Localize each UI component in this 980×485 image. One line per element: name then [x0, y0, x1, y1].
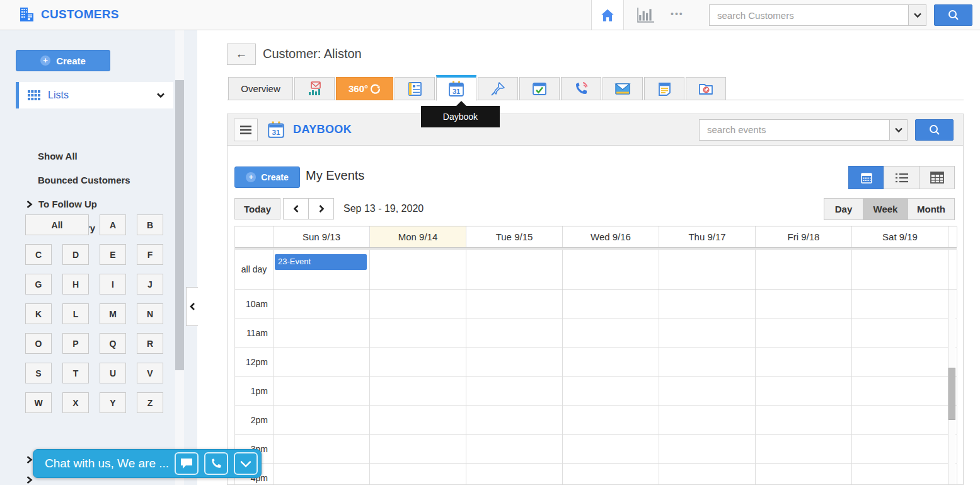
range-week-button[interactable]: Week [863, 198, 908, 220]
time-cell[interactable] [274, 464, 370, 485]
all-day-cell[interactable] [466, 250, 563, 289]
time-cell[interactable] [659, 377, 756, 405]
time-cell[interactable] [756, 464, 852, 485]
all-day-cell[interactable] [370, 250, 466, 289]
time-cell[interactable] [659, 406, 756, 434]
time-cell[interactable] [274, 435, 370, 463]
event-create-button[interactable]: + Create [234, 167, 300, 188]
time-cell[interactable] [563, 435, 659, 463]
alpha-button[interactable]: X [62, 392, 89, 413]
tab-overview[interactable]: Overview [228, 77, 293, 100]
sidebar-item-show-all[interactable]: Show All [38, 151, 78, 161]
time-cell[interactable] [466, 464, 563, 485]
alpha-button[interactable]: W [25, 392, 52, 413]
alpha-button[interactable]: J [137, 274, 163, 295]
alpha-button[interactable]: Q [100, 333, 126, 354]
time-cell[interactable] [563, 318, 659, 347]
all-day-cell[interactable]: 23-Event [274, 250, 370, 289]
alpha-button[interactable]: C [25, 244, 52, 265]
time-cell[interactable] [274, 406, 370, 434]
time-cell[interactable] [370, 406, 466, 434]
events-search-button[interactable] [915, 119, 954, 141]
tab-daybook[interactable]: 31 [436, 75, 476, 101]
view-list-button[interactable] [884, 166, 919, 189]
time-cell[interactable] [274, 318, 370, 347]
alpha-button[interactable]: N [137, 303, 163, 324]
alpha-button[interactable]: H [62, 274, 89, 295]
time-cell[interactable] [563, 348, 659, 376]
all-day-cell[interactable] [563, 250, 659, 289]
global-search-button[interactable] [934, 4, 972, 26]
alpha-button[interactable]: B [137, 214, 163, 235]
chat-minimize-button[interactable] [234, 452, 258, 475]
alpha-button[interactable]: Y [100, 392, 126, 413]
alpha-button[interactable]: G [25, 274, 52, 295]
range-day-button[interactable]: Day [824, 198, 863, 220]
alpha-button[interactable]: D [62, 244, 89, 265]
next-week-button[interactable] [308, 198, 334, 219]
time-cell[interactable] [370, 348, 466, 376]
alpha-button[interactable]: E [100, 244, 126, 265]
view-calendar-button[interactable] [848, 166, 884, 189]
time-cell[interactable] [274, 377, 370, 405]
tab-pin[interactable] [478, 77, 518, 100]
alpha-button[interactable]: M [100, 303, 126, 324]
all-day-cell[interactable] [852, 250, 948, 289]
tab-360[interactable]: 360° [336, 77, 393, 100]
time-cell[interactable] [274, 348, 370, 376]
alpha-button[interactable]: L [62, 303, 89, 324]
day-header-sat[interactable]: Sat 9/19 [852, 226, 948, 247]
global-search-input[interactable] [709, 4, 908, 26]
day-header-tue[interactable]: Tue 9/15 [466, 226, 563, 247]
chat-call-button[interactable] [204, 452, 228, 475]
sidebar-item-bounced-customers[interactable]: Bounced Customers [38, 175, 130, 185]
alpha-button[interactable]: V [137, 363, 163, 383]
all-day-cell[interactable] [756, 250, 852, 289]
tab-tasks[interactable] [519, 77, 560, 100]
day-header-fri[interactable]: Fri 9/18 [756, 226, 852, 247]
time-cell[interactable] [466, 435, 563, 463]
day-header-mon[interactable]: Mon 9/14 [370, 226, 466, 247]
calendar-event[interactable]: 23-Event [275, 254, 367, 270]
time-cell[interactable] [852, 318, 948, 347]
prev-week-button[interactable] [283, 198, 309, 219]
time-cell[interactable] [659, 289, 756, 318]
time-cell[interactable] [852, 464, 948, 485]
chat-message-button[interactable] [175, 452, 199, 475]
more-menu-button[interactable]: ••• [671, 9, 684, 19]
sidebar-item-to-follow-up[interactable]: To Follow Up [25, 199, 97, 209]
back-button[interactable]: ← [227, 44, 256, 65]
alpha-button[interactable]: F [137, 244, 163, 265]
time-cell[interactable] [756, 406, 852, 434]
search-scope-dropdown[interactable] [908, 4, 926, 26]
sidebar-scrollbar-thumb[interactable] [175, 80, 184, 370]
time-cell[interactable] [466, 377, 563, 405]
alpha-button[interactable]: Z [137, 392, 163, 413]
alpha-button[interactable]: K [25, 303, 52, 324]
time-cell[interactable] [370, 435, 466, 463]
time-cell[interactable] [370, 318, 466, 347]
time-cell[interactable] [370, 289, 466, 318]
time-cell[interactable] [466, 289, 563, 318]
time-cell[interactable] [756, 435, 852, 463]
time-cell[interactable] [756, 318, 852, 347]
calendar-scrollbar-thumb[interactable] [948, 368, 955, 420]
time-cell[interactable] [756, 289, 852, 318]
tab-mail[interactable] [602, 77, 643, 100]
day-header-thu[interactable]: Thu 9/17 [659, 226, 756, 247]
time-cell[interactable] [852, 289, 948, 318]
time-cell[interactable] [659, 435, 756, 463]
time-cell[interactable] [756, 348, 852, 376]
daybook-menu-button[interactable] [234, 119, 258, 141]
all-day-cell[interactable] [659, 250, 756, 289]
alpha-button[interactable]: S [25, 363, 52, 383]
range-month-button[interactable]: Month [908, 198, 955, 220]
alpha-button-all[interactable]: All [25, 214, 89, 235]
sidebar-create-button[interactable]: + Create [16, 50, 110, 71]
tab-attachments[interactable] [686, 77, 726, 100]
time-cell[interactable] [852, 377, 948, 405]
tab-calls[interactable] [561, 77, 601, 100]
time-cell[interactable] [659, 348, 756, 376]
alpha-button[interactable]: R [137, 333, 163, 354]
time-cell[interactable] [659, 464, 756, 485]
